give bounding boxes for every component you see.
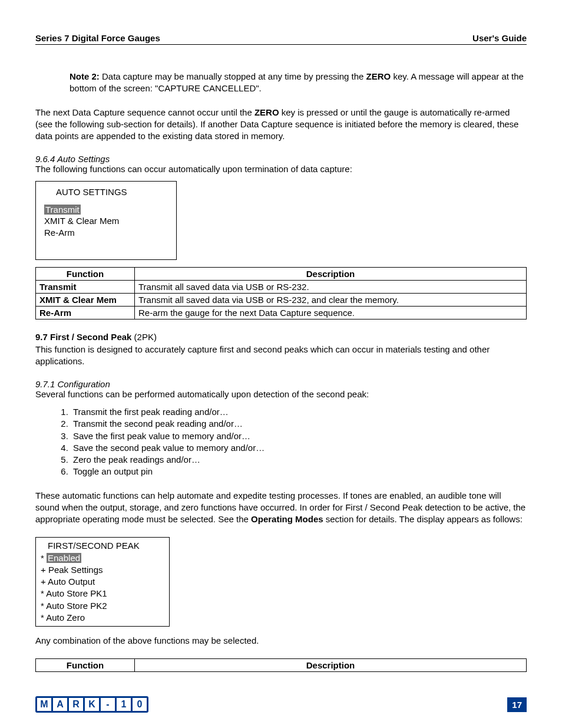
section-971: 9.7.1 Configuration Several functions ca… [35, 379, 527, 399]
logo-char: - [101, 698, 117, 711]
cell-desc: Re-arm the gauge for the next Data Captu… [135, 307, 527, 319]
paragraph-next-capture: The next Data Capture sequence cannot oc… [35, 107, 527, 143]
note-label: Note 2: [70, 71, 100, 81]
table-row: Transmit Transmit all saved data via USB… [36, 281, 527, 294]
th-function-2: Function [36, 659, 135, 672]
note-2: Note 2: Data capture may be manually sto… [70, 71, 527, 95]
auto-settings-table: Function Description Transmit Transmit a… [35, 267, 527, 319]
paragraph-any-combination: Any combination of the above functions m… [35, 635, 527, 647]
cell-func: XMIT & Clear Mem [36, 294, 135, 307]
auto-settings-title: AUTO SETTINGS [44, 186, 168, 198]
page-header: Series 7 Digital Force Gauges User's Gui… [35, 33, 527, 45]
fsp-item-peak-settings: + Peak Settings [41, 564, 164, 576]
auto-settings-box: AUTO SETTINGS Transmit XMIT & Clear Mem … [35, 181, 177, 260]
table-row: XMIT & Clear Mem Transmit all saved data… [36, 294, 527, 307]
section-971-title: 9.7.1 Configuration [35, 379, 527, 389]
fsp-item-enabled: Enabled [47, 553, 81, 563]
section-97-text: This function is designed to accurately … [35, 344, 490, 366]
logo-char: 0 [133, 698, 147, 711]
note-text-a: Data capture may be manually stopped at … [100, 71, 366, 81]
list-item: Save the first peak value to memory and/… [71, 430, 527, 442]
first-second-peak-box: FIRST/SECOND PEAK * Enabled + Peak Setti… [35, 537, 170, 627]
p1-a: The next Data Capture sequence cannot oc… [35, 107, 254, 117]
section-964-title: 9.6.4 Auto Settings [35, 154, 527, 164]
logo-char: R [69, 698, 85, 711]
list-item: Save the second peak value to memory and… [71, 442, 527, 454]
paragraph-auto-functions: These automatic functions can help autom… [35, 490, 527, 526]
logo-char: K [85, 698, 101, 711]
fsp-item-auto-output: + Auto Output [41, 576, 164, 588]
p1-key: ZERO [254, 107, 279, 117]
fsp-item-auto-store-pk1: * Auto Store PK1 [41, 588, 164, 599]
logo-char: 1 [117, 698, 133, 711]
page-number: 17 [507, 697, 527, 712]
auto-settings-item-transmit: Transmit [44, 205, 81, 215]
function-description-header: Function Description [35, 658, 527, 672]
list-item: Transmit the first peak reading and/or… [71, 406, 527, 418]
section-964-text: The following functions can occur automa… [35, 164, 527, 174]
cell-desc: Transmit all saved data via USB or RS-23… [135, 281, 527, 294]
fsp-title: FIRST/SECOND PEAK [41, 540, 164, 552]
section-971-text: Several functions can be performed autom… [35, 389, 527, 399]
fsp-item-auto-store-pk2: * Auto Store PK2 [41, 600, 164, 612]
config-list: Transmit the first peak reading and/or… … [47, 406, 527, 478]
note-key: ZERO [366, 71, 391, 81]
section-964: 9.6.4 Auto Settings The following functi… [35, 154, 527, 174]
cell-desc: Transmit all saved data via USB or RS-23… [135, 294, 527, 307]
mark-10-logo: M A R K - 1 0 [35, 696, 148, 713]
list-item: Toggle an output pin [71, 466, 527, 477]
fsp-item-prefix: * [41, 553, 47, 563]
header-left: Series 7 Digital Force Gauges [35, 33, 160, 43]
list-item: Zero the peak readings and/or… [71, 454, 527, 466]
auto-settings-item-xmit: XMIT & Clear Mem [44, 215, 168, 227]
table-row: Re-Arm Re-arm the gauge for the next Dat… [36, 307, 527, 319]
logo-char: A [53, 698, 69, 711]
th-description-2: Description [135, 659, 527, 672]
th-function: Function [36, 268, 135, 281]
page-footer: M A R K - 1 0 17 [35, 696, 527, 713]
p2-bold: Operating Modes [251, 514, 323, 524]
cell-func: Transmit [36, 281, 135, 294]
header-right: User's Guide [472, 33, 527, 43]
section-97: 9.7 First / Second Peak (2PK) This funct… [35, 331, 527, 367]
th-description: Description [135, 268, 527, 281]
section-97-paren: (2PK) [131, 332, 157, 342]
cell-func: Re-Arm [36, 307, 135, 319]
auto-settings-item-rearm: Re-Arm [44, 227, 168, 239]
p2-b: section for details. The display appears… [323, 514, 523, 524]
fsp-item-auto-zero: * Auto Zero [41, 612, 164, 624]
section-97-title: 9.7 First / Second Peak [35, 332, 131, 342]
logo-char: M [37, 698, 53, 711]
list-item: Transmit the second peak reading and/or… [71, 418, 527, 430]
